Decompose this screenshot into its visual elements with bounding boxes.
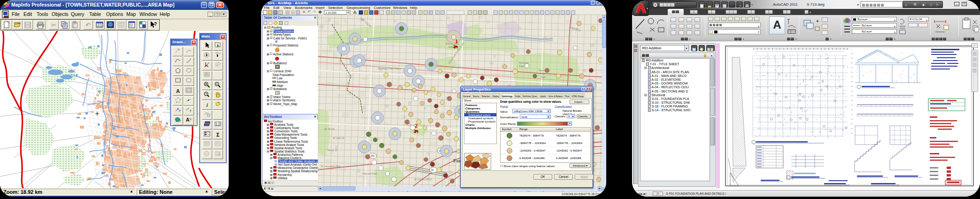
svg-text:?: ? (154, 22, 157, 27)
svg-text:Field: Field (540, 72, 545, 75)
svg-text:Park: Park (540, 76, 546, 78)
svg-text:?: ? (179, 119, 181, 123)
svg-text:?: ? (205, 92, 207, 96)
svg-text:?: ? (189, 117, 192, 122)
svg-text:Heritage Park Plaza: Heritage Park Plaza (378, 67, 401, 70)
svg-text:199: 199 (370, 154, 375, 157)
svg-text:Harrold Park: Harrold Park (363, 172, 377, 175)
svg-text:W Vickery Blvd: W Vickery Blvd (414, 178, 432, 181)
svg-text:?: ? (189, 109, 192, 113)
svg-text:Texas St: Texas St (327, 149, 338, 152)
svg-text:W Lancaster Ave: W Lancaster Ave (321, 165, 340, 168)
svg-text:W 7th St: W 7th St (324, 128, 335, 130)
svg-text:Park: Park (519, 65, 525, 68)
svg-text:1: 1 (455, 38, 458, 45)
svg-text:30: 30 (431, 168, 434, 171)
svg-text:?: ? (178, 109, 181, 113)
svg-text:W 10th St: W 10th St (333, 137, 345, 139)
svg-text:2: 2 (415, 122, 418, 129)
svg-text:1:2: 1:2 (216, 122, 220, 126)
